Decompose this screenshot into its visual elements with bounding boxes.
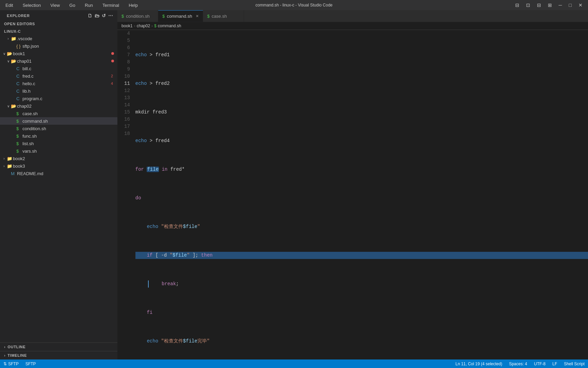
breadcrumb-book1[interactable]: book1 <box>121 24 133 28</box>
tab-icon-command-sh: $ <box>162 14 165 19</box>
statusbar-spaces[interactable]: Spaces: 4 <box>506 359 530 368</box>
tree-item-chap02[interactable]: ∨ 📂 chap02 <box>0 102 117 110</box>
ln-9: 9 <box>124 66 130 73</box>
breadcrumb: book1 › chap02 › $ command.sh <box>117 22 588 30</box>
collapse-arrow-book3: › <box>1 164 7 168</box>
outline-panel[interactable]: › OUTLINE <box>0 342 117 351</box>
menu-terminal[interactable]: Terminal <box>100 2 121 9</box>
tree-label-bill-c: bill.c <box>22 66 117 71</box>
tree-label-sftp: sftp.json <box>22 44 117 49</box>
layout-split-icon[interactable]: ⊡ <box>524 2 532 8</box>
new-file-icon[interactable]: 🗋 <box>87 13 93 18</box>
tree-item-book3[interactable]: › 📁 book3 <box>0 162 117 170</box>
menu-run[interactable]: Run <box>83 2 95 9</box>
tree-label-command-sh: command.sh <box>22 119 117 124</box>
collapse-icon[interactable]: ⋯ <box>108 13 113 18</box>
tree-item-sftp[interactable]: { } sftp.json <box>0 42 117 50</box>
tree-item-chap01[interactable]: ∨ 📂 chap01 <box>0 57 117 65</box>
open-editors-section[interactable]: OPEN EDITORS <box>0 20 117 27</box>
breadcrumb-chap02[interactable]: chap02 <box>137 24 150 28</box>
menu-go[interactable]: Go <box>67 2 77 9</box>
sidebar-title: EXPLORER <box>7 14 30 18</box>
titlebar-controls[interactable]: ⊟ ⊡ ⊟ ⊞ ─ □ ✕ <box>513 2 585 8</box>
tab-label-condition-sh: condition.sh <box>126 14 149 19</box>
tree-item-readme-md[interactable]: M README.md <box>0 170 117 177</box>
code-area[interactable]: 4 5 6 7 8 9 10 11 12 13 14 15 16 17 18 e… <box>117 30 588 359</box>
encoding-text: UTF-8 <box>534 362 545 366</box>
tree-item-list-sh[interactable]: $ list.sh <box>0 140 117 147</box>
tree-item-condition-sh[interactable]: $ condition.sh <box>0 125 117 132</box>
layout-icon[interactable]: ⊟ <box>513 2 521 8</box>
folder-icon-book3: 📁 <box>7 164 13 169</box>
maximize-button[interactable]: □ <box>567 2 574 8</box>
tree-item-case-sh[interactable]: $ case.sh <box>0 110 117 117</box>
tree-item-program-c[interactable]: C program.c <box>0 95 117 102</box>
statusbar-ln-col[interactable]: Ln 11, Col 19 (4 selected) <box>452 359 505 368</box>
menu-view[interactable]: View <box>48 2 62 9</box>
folder-icon-chap01: 📂 <box>11 59 17 64</box>
tree-item-fred-c[interactable]: C fred.c 2 <box>0 72 117 80</box>
tree-label-book1: book1 <box>13 51 111 56</box>
sftp-left-icon: ⇅ <box>3 362 7 366</box>
tabs-bar: $ condition.sh $ command.sh ✕ $ case.sh <box>117 10 588 22</box>
eol-text: LF <box>552 362 557 366</box>
tab-case-sh[interactable]: $ case.sh <box>203 10 244 22</box>
tree-item-lib-h[interactable]: C lib.h <box>0 87 117 95</box>
tree-item-book1[interactable]: ∨ 📂 book1 <box>0 50 117 57</box>
statusbar-encoding[interactable]: UTF-8 <box>530 359 549 368</box>
tab-label-command-sh: command.sh <box>167 14 192 19</box>
menu-selection[interactable]: Selection <box>20 2 43 9</box>
tree-item-bill-c[interactable]: C bill.c <box>0 65 117 72</box>
statusbar-language[interactable]: Shell Script <box>560 359 588 368</box>
tab-label-case-sh: case.sh <box>212 14 227 19</box>
tab-command-sh[interactable]: $ command.sh ✕ <box>158 10 203 22</box>
tab-close-command-sh[interactable]: ✕ <box>196 14 199 18</box>
timeline-panel[interactable]: › TIMELINE <box>0 351 117 359</box>
refresh-icon[interactable]: ↺ <box>102 13 106 18</box>
tree-label-case-sh: case.sh <box>22 111 117 116</box>
titlebar-title: command.sh - linux-c - Visual Studio Cod… <box>256 3 333 7</box>
tree-item-func-sh[interactable]: $ func.sh <box>0 132 117 140</box>
linux-c-section[interactable]: LINUX-C <box>0 27 117 35</box>
ln-8: 8 <box>124 59 130 66</box>
folder-icon-vscode: 📁 <box>11 36 17 41</box>
ln-14: 14 <box>124 102 130 109</box>
tree-label-hello-c: hello.c <box>22 81 109 86</box>
tree-item-book2[interactable]: › 📁 book2 <box>0 155 117 162</box>
new-folder-icon[interactable]: 🗁 <box>95 13 100 18</box>
folder-icon-book1: 📂 <box>7 51 13 56</box>
layout-icon2[interactable]: ⊟ <box>535 2 543 8</box>
code-line-13: fi <box>135 309 588 316</box>
tree-label-chap01: chap01 <box>17 59 111 64</box>
minimize-button[interactable]: ─ <box>557 2 564 8</box>
outline-arrow: › <box>4 345 5 349</box>
close-button[interactable]: ✕ <box>576 2 585 8</box>
tree-item-hello-c[interactable]: C hello.c 4 <box>0 80 117 87</box>
tree-item-vars-sh[interactable]: $ vars.sh <box>0 147 117 155</box>
statusbar-sftp-left[interactable]: ⇅ SFTP <box>0 359 22 368</box>
settings-icon[interactable]: ⊞ <box>546 2 554 8</box>
tree-item-command-sh[interactable]: $ command.sh <box>0 117 117 125</box>
ln-10: 10 <box>124 73 130 80</box>
sidebar-header-icons[interactable]: 🗋 🗁 ↺ ⋯ <box>87 13 113 18</box>
sidebar: EXPLORER 🗋 🗁 ↺ ⋯ OPEN EDITORS LINUX-C › … <box>0 10 117 359</box>
file-icon-readme-md: M <box>11 171 17 176</box>
menu-edit[interactable]: Edit <box>3 2 15 9</box>
spaces-text: Spaces: 4 <box>509 362 527 366</box>
statusbar-eol[interactable]: LF <box>549 359 560 368</box>
code-content[interactable]: echo > fred1 echo > fred2 mkdir fred3 ec… <box>134 30 588 359</box>
titlebar: Edit Selection View Go Run Terminal Help… <box>0 0 588 10</box>
statusbar-right: Ln 11, Col 19 (4 selected) Spaces: 4 UTF… <box>452 359 588 368</box>
code-line-10: echo "检查文件$file" <box>135 223 588 230</box>
collapse-arrow-book1: ∨ <box>1 52 7 56</box>
tab-condition-sh[interactable]: $ condition.sh <box>117 10 158 22</box>
statusbar-sftp-right[interactable]: SFTP <box>22 359 39 368</box>
breadcrumb-file[interactable]: command.sh <box>158 24 181 28</box>
titlebar-menu[interactable]: Edit Selection View Go Run Terminal Help <box>3 2 140 9</box>
tree-item-vscode[interactable]: › 📁 .vscode <box>0 35 117 42</box>
file-icon-lib-h: C <box>16 89 22 94</box>
ln-4: 4 <box>124 30 130 37</box>
menu-help[interactable]: Help <box>127 2 140 9</box>
tree-label-chap02: chap02 <box>17 104 117 109</box>
code-line-8: for file in fred* <box>135 166 588 173</box>
